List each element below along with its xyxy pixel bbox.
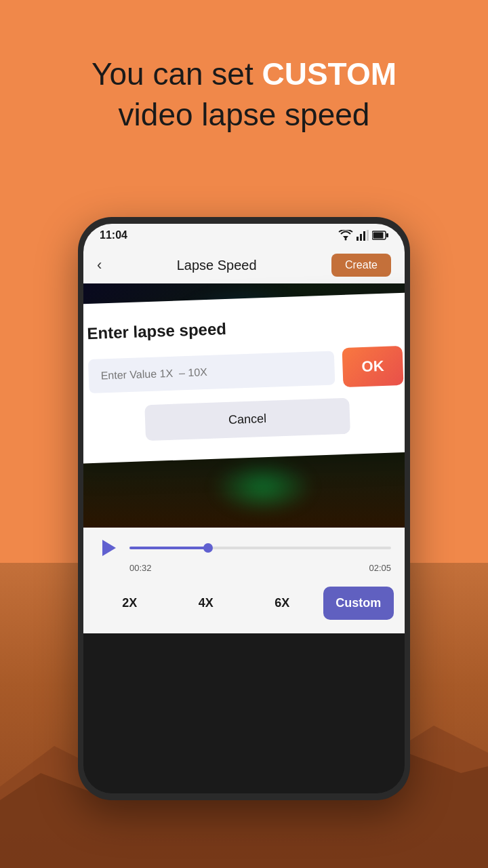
nav-title: Lapse Speed (177, 258, 257, 273)
phone-screen: 11:04 (83, 224, 405, 793)
cancel-button[interactable]: Cancel (144, 398, 350, 441)
dialog-input-row: OK (88, 346, 404, 396)
aurora-effect-2 (212, 460, 314, 514)
speed-buttons-bar: 2X 4X 6X Custom (83, 578, 405, 633)
play-button[interactable] (97, 536, 121, 560)
header-line1-prefix: You can set (92, 56, 262, 92)
time-total: 02:05 (369, 563, 391, 573)
player-row (97, 536, 391, 560)
svg-rect-4 (357, 237, 359, 241)
signal-icon (357, 230, 369, 241)
speed-button-2x[interactable]: 2X (94, 587, 165, 620)
svg-point-3 (345, 239, 347, 241)
phone-frame: 11:04 (78, 217, 410, 800)
speed-button-6x[interactable]: 6X (247, 587, 318, 620)
svg-rect-6 (363, 231, 365, 241)
create-button[interactable]: Create (331, 254, 391, 277)
nav-bar: ‹ Lapse Speed Create (83, 247, 405, 283)
svg-rect-10 (386, 233, 388, 237)
progress-fill (129, 547, 208, 549)
svg-rect-5 (360, 234, 362, 241)
status-time: 11:04 (100, 229, 127, 241)
wifi-icon (338, 230, 353, 241)
play-icon (102, 540, 116, 556)
status-icons (338, 230, 388, 241)
status-bar: 11:04 (83, 224, 405, 247)
progress-thumb (203, 543, 213, 553)
time-row: 00:32 02:05 (97, 563, 391, 573)
time-current: 00:32 (129, 563, 152, 573)
svg-rect-7 (367, 230, 369, 241)
player-controls: 00:32 02:05 (83, 528, 405, 578)
header-highlight: CUSTOM (262, 56, 397, 92)
lapse-speed-input[interactable] (88, 351, 336, 393)
ok-button[interactable]: OK (342, 346, 404, 387)
dialog-title: Enter lapse speed (87, 313, 402, 343)
svg-rect-9 (373, 233, 384, 239)
speed-button-4x[interactable]: 4X (171, 587, 242, 620)
progress-bar[interactable] (129, 547, 391, 549)
back-button[interactable]: ‹ (97, 256, 102, 274)
lapse-speed-dialog: Enter lapse speed OK Cancel (83, 292, 405, 464)
speed-button-custom[interactable]: Custom (323, 587, 394, 620)
header-line2: video lapse speed (119, 97, 370, 132)
header-section: You can set CUSTOM video lapse speed (0, 54, 488, 136)
battery-icon (372, 231, 388, 240)
